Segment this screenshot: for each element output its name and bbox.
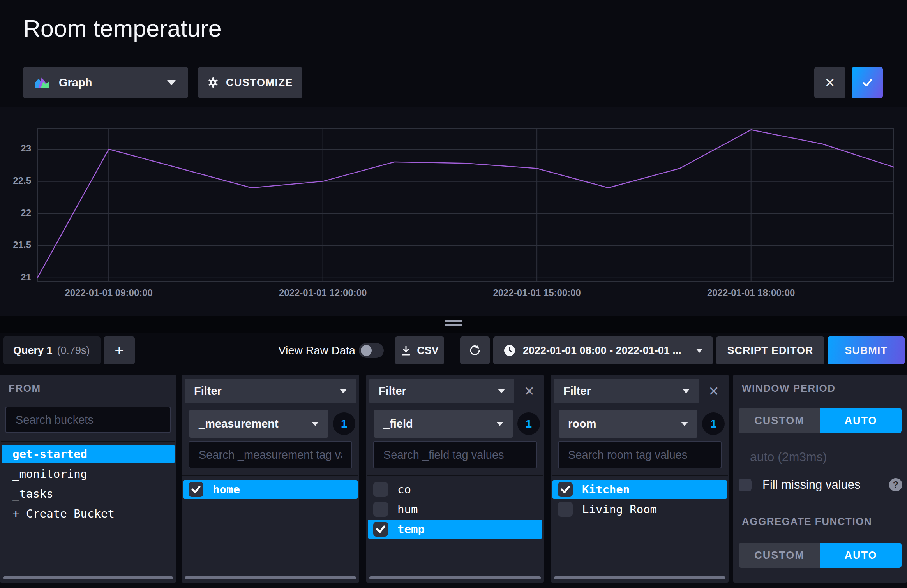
filter-type-label: Filter — [379, 385, 406, 398]
submit-button[interactable]: SUBMIT — [828, 336, 905, 364]
filter-type-dropdown[interactable]: Filter — [185, 379, 356, 403]
time-range-label: 2022-01-01 08:00 - 2022-01-01 ... — [523, 345, 681, 357]
refresh-button[interactable] — [460, 336, 490, 364]
window-custom-button[interactable]: CUSTOM — [739, 408, 820, 433]
tag-key-dropdown[interactable]: room — [559, 410, 697, 438]
customize-button[interactable]: CUSTOMIZE — [198, 67, 302, 98]
aggregate-auto-button[interactable]: AUTO — [820, 543, 902, 568]
checkbox[interactable] — [373, 522, 388, 537]
drag-handle-line — [445, 320, 462, 322]
bucket-item-label: _monitoring — [12, 467, 87, 481]
horizontal-scrollbar[interactable] — [3, 576, 173, 579]
close-icon: × — [825, 73, 835, 92]
tag-value-label: Kitchen — [582, 483, 630, 496]
tag-value-list: home — [182, 475, 358, 575]
tag-value-search-input[interactable] — [558, 441, 722, 468]
tag-key-dropdown[interactable]: _field — [374, 410, 513, 438]
tag-key-label: room — [568, 417, 596, 430]
bucket-item[interactable]: _monitoring — [2, 465, 175, 483]
horizontal-scrollbar[interactable] — [554, 576, 725, 579]
svg-text:23: 23 — [21, 143, 31, 153]
remove-filter-button[interactable]: × — [517, 379, 541, 403]
time-range-dropdown[interactable]: 2022-01-01 08:00 - 2022-01-01 ... — [493, 336, 713, 364]
csv-label: CSV — [417, 345, 439, 357]
visualization-type-label: Graph — [59, 76, 92, 89]
checkmark-icon — [860, 76, 874, 90]
checkbox[interactable] — [558, 502, 573, 517]
bucket-item[interactable]: + Create Bucket — [2, 504, 175, 523]
fill-missing-values-checkbox[interactable] — [739, 479, 752, 491]
svg-text:2022-01-01 09:00:00: 2022-01-01 09:00:00 — [65, 287, 153, 298]
tag-value-option[interactable]: temp — [368, 520, 542, 539]
chevron-down-icon — [167, 80, 176, 85]
view-raw-data-label: View Raw Data — [278, 336, 355, 364]
temperature-line-chart: 2121.52222.5232022-01-01 09:00:002022-01… — [0, 107, 907, 316]
chevron-down-icon — [496, 422, 503, 426]
tag-key-label: _field — [383, 417, 413, 430]
horizontal-scrollbar[interactable] — [185, 576, 356, 579]
tag-value-label: co — [397, 483, 411, 496]
horizontal-scrollbar[interactable] — [369, 576, 541, 579]
cancel-button[interactable]: × — [814, 67, 845, 98]
filter-panel-room: Filter×room1KitchenLiving Room — [551, 375, 729, 583]
tag-value-option[interactable]: home — [183, 480, 358, 499]
bucket-item-label: get-started — [12, 447, 87, 461]
filter-panel-_measurement: Filter_measurement1home — [182, 375, 359, 583]
view-raw-data-toggle[interactable] — [359, 343, 384, 358]
aggregate-function-toggle: CUSTOM AUTO — [739, 543, 902, 568]
page-title: Room temperature — [23, 15, 222, 42]
customize-label: CUSTOMIZE — [226, 77, 293, 89]
filter-type-label: Filter — [194, 385, 222, 398]
svg-text:22: 22 — [21, 208, 31, 218]
submit-label: SUBMIT — [845, 345, 888, 357]
filter-panel-_field: Filter×_field1cohumtemp — [366, 375, 544, 583]
gear-icon — [207, 77, 219, 88]
bucket-item[interactable]: get-started — [2, 445, 175, 463]
svg-text:21: 21 — [21, 272, 31, 282]
tag-value-list: cohumtemp — [367, 475, 543, 575]
filter-type-dropdown[interactable]: Filter — [369, 379, 514, 403]
drag-handle-line — [445, 324, 462, 326]
bucket-item[interactable]: _tasks — [2, 484, 175, 503]
add-query-button[interactable]: + — [104, 336, 135, 364]
panel-splitter[interactable] — [0, 316, 907, 333]
tag-key-dropdown[interactable]: _measurement — [189, 410, 328, 438]
checkbox[interactable] — [558, 482, 573, 497]
tag-value-option[interactable]: Living Room — [552, 500, 727, 519]
confirm-button[interactable] — [852, 67, 883, 98]
svg-text:2022-01-01 12:00:00: 2022-01-01 12:00:00 — [279, 287, 367, 298]
tag-value-label: hum — [397, 503, 418, 516]
visualization-type-dropdown[interactable]: Graph — [23, 67, 188, 98]
bucket-item-label: _tasks — [12, 487, 53, 500]
selected-count-badge: 1 — [517, 412, 540, 435]
remove-filter-button[interactable]: × — [702, 379, 725, 403]
checkbox[interactable] — [373, 502, 388, 517]
tag-key-label: _measurement — [199, 417, 279, 430]
csv-download-button[interactable]: CSV — [395, 336, 444, 364]
download-icon — [401, 345, 411, 356]
query-duration: (0.79s) — [57, 345, 90, 357]
filter-type-dropdown[interactable]: Filter — [554, 379, 699, 403]
selected-count-badge: 1 — [333, 412, 355, 435]
bucket-search-input[interactable] — [5, 407, 171, 433]
window-auto-button[interactable]: AUTO — [820, 408, 902, 433]
tag-value-list: KitchenLiving Room — [552, 475, 728, 575]
svg-text:2022-01-01 18:00:00: 2022-01-01 18:00:00 — [707, 287, 795, 298]
toggle-knob — [361, 345, 372, 356]
svg-text:22.5: 22.5 — [13, 175, 31, 186]
help-icon[interactable]: ? — [889, 478, 902, 491]
window-period-value: auto (2m3ms) — [750, 450, 827, 464]
aggregate-custom-button[interactable]: CUSTOM — [739, 543, 820, 568]
tag-value-search-input[interactable] — [373, 441, 537, 468]
tag-value-option[interactable]: Kitchen — [552, 480, 727, 499]
script-editor-button[interactable]: SCRIPT EDITOR — [716, 336, 824, 364]
tag-value-search-input[interactable] — [189, 441, 352, 468]
clock-icon — [503, 344, 516, 357]
chevron-down-icon — [498, 389, 505, 393]
checkbox[interactable] — [189, 482, 203, 497]
tag-value-option[interactable]: co — [368, 480, 542, 499]
bucket-list: get-started_monitoring_tasks+ Create Buc… — [1, 441, 175, 575]
checkbox[interactable] — [373, 482, 388, 497]
query-tab[interactable]: Query 1 (0.79s) — [3, 336, 101, 364]
tag-value-option[interactable]: hum — [368, 500, 542, 519]
